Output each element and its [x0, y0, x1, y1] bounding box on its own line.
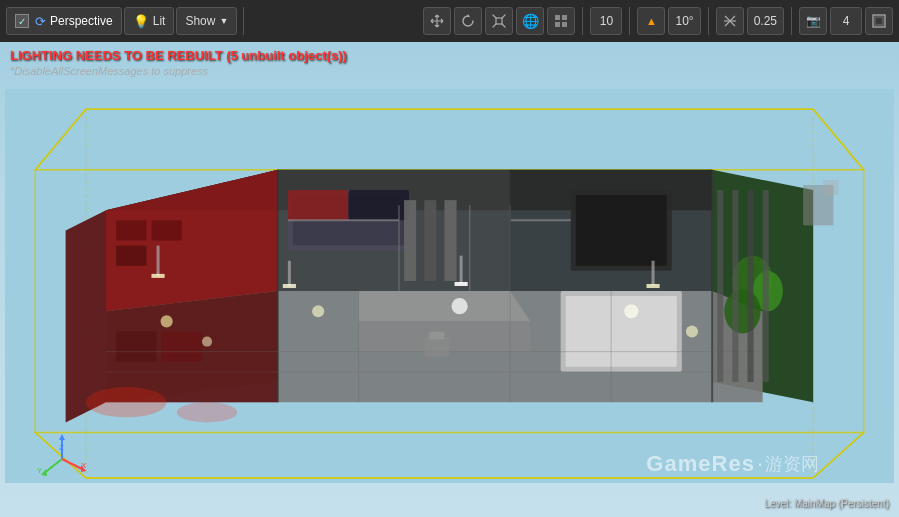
separator-4 — [708, 7, 709, 35]
transform-rotate-button[interactable] — [454, 7, 482, 35]
svg-point-54 — [624, 304, 638, 318]
svg-rect-39 — [576, 195, 667, 266]
lighting-warning-text: LIGHTING NEEDS TO BE REBUILT (5 unbuilt … — [10, 48, 347, 63]
toolbar: ✓ ⟳ Perspective 💡 Lit Show ▼ — [0, 0, 899, 42]
player-count-value[interactable]: 4 — [830, 7, 862, 35]
svg-point-50 — [161, 315, 173, 327]
svg-rect-4 — [562, 22, 567, 27]
svg-point-64 — [86, 387, 167, 417]
svg-marker-28 — [359, 291, 531, 321]
scale-value[interactable]: 0.25 — [747, 7, 784, 35]
svg-point-55 — [686, 325, 698, 337]
svg-rect-6 — [875, 17, 883, 25]
svg-marker-21 — [66, 210, 106, 422]
watermark-gameres-text: GameRes — [646, 451, 755, 477]
svg-rect-80 — [429, 331, 444, 339]
svg-rect-86 — [823, 180, 838, 195]
level-info: Level: MainMap (Persistent) — [765, 498, 890, 509]
world-icon-button[interactable]: 🌐 — [516, 7, 544, 35]
angle-value[interactable]: 10° — [668, 7, 700, 35]
toolbar-right: 🌐 10 ▲ 10° — [423, 7, 893, 35]
svg-rect-3 — [555, 22, 560, 27]
svg-text:X: X — [81, 461, 87, 470]
maximize-button[interactable] — [865, 7, 893, 35]
watermark: GameRes · 游资网 — [646, 451, 819, 477]
svg-rect-58 — [288, 261, 291, 286]
svg-rect-37 — [444, 200, 456, 281]
svg-rect-46 — [162, 331, 202, 361]
show-button[interactable]: Show ▼ — [176, 7, 237, 35]
show-label: Show — [185, 14, 215, 28]
separator-1 — [243, 7, 244, 35]
scale-snap-button[interactable] — [716, 7, 744, 35]
suppress-hint-text: *DisableAllScreenMessages to suppress — [10, 65, 347, 77]
svg-point-51 — [202, 337, 212, 347]
transform-move-button[interactable] — [423, 7, 451, 35]
svg-rect-42 — [116, 220, 146, 240]
lit-icon: 💡 — [133, 14, 149, 29]
svg-text:Y: Y — [37, 466, 43, 475]
watermark-chinese-text: 游资网 — [765, 452, 819, 476]
svg-rect-56 — [157, 246, 160, 276]
svg-rect-59 — [283, 284, 296, 288]
separator-5 — [791, 7, 792, 35]
transform-scale-button[interactable] — [485, 7, 513, 35]
grid-button[interactable] — [547, 7, 575, 35]
svg-marker-88 — [59, 434, 65, 440]
svg-rect-33 — [288, 190, 349, 220]
lit-label: Lit — [153, 14, 166, 28]
lighting-warning-panel: LIGHTING NEEDS TO BE REBUILT (5 unbuilt … — [10, 48, 347, 77]
svg-text:Z: Z — [59, 443, 64, 452]
level-info-text: Level: MainMap (Persistent) — [765, 498, 890, 509]
svg-point-49 — [724, 289, 760, 333]
watermark-dot: · — [757, 451, 763, 477]
svg-rect-43 — [116, 246, 146, 266]
snap-triangle-button[interactable]: ▲ — [637, 7, 665, 35]
svg-rect-60 — [460, 256, 463, 284]
svg-rect-83 — [748, 190, 754, 382]
svg-rect-45 — [116, 331, 156, 361]
svg-rect-82 — [732, 190, 738, 382]
svg-rect-34 — [348, 190, 409, 220]
svg-rect-84 — [763, 190, 769, 382]
svg-rect-57 — [151, 274, 164, 278]
svg-rect-35 — [404, 200, 416, 281]
svg-rect-44 — [151, 220, 181, 240]
svg-rect-63 — [646, 284, 659, 288]
perspective-button[interactable]: ✓ ⟳ Perspective — [6, 7, 122, 35]
perspective-checkbox: ✓ — [15, 14, 29, 28]
perspective-label: Perspective — [50, 14, 113, 28]
svg-rect-81 — [717, 190, 723, 382]
separator-2 — [582, 7, 583, 35]
svg-rect-41 — [566, 296, 677, 367]
svg-rect-1 — [555, 15, 560, 20]
3d-scene[interactable] — [5, 75, 894, 497]
viewport: ✓ ⟳ Perspective 💡 Lit Show ▼ — [0, 0, 899, 517]
show-chevron-icon: ▼ — [219, 16, 228, 26]
svg-rect-0 — [496, 18, 502, 24]
axis-indicator: Z X Y — [35, 432, 85, 482]
lit-button[interactable]: 💡 Lit — [124, 7, 175, 35]
separator-3 — [629, 7, 630, 35]
svg-rect-61 — [455, 282, 468, 286]
perspective-icon: ⟳ — [35, 14, 46, 29]
grid-size-value[interactable]: 10 — [590, 7, 622, 35]
svg-rect-62 — [652, 261, 655, 286]
svg-point-52 — [312, 305, 324, 317]
svg-rect-2 — [562, 15, 567, 20]
svg-point-53 — [452, 298, 468, 314]
svg-rect-36 — [424, 200, 436, 281]
svg-point-65 — [177, 402, 238, 422]
camera-button[interactable]: 📷 — [799, 7, 827, 35]
